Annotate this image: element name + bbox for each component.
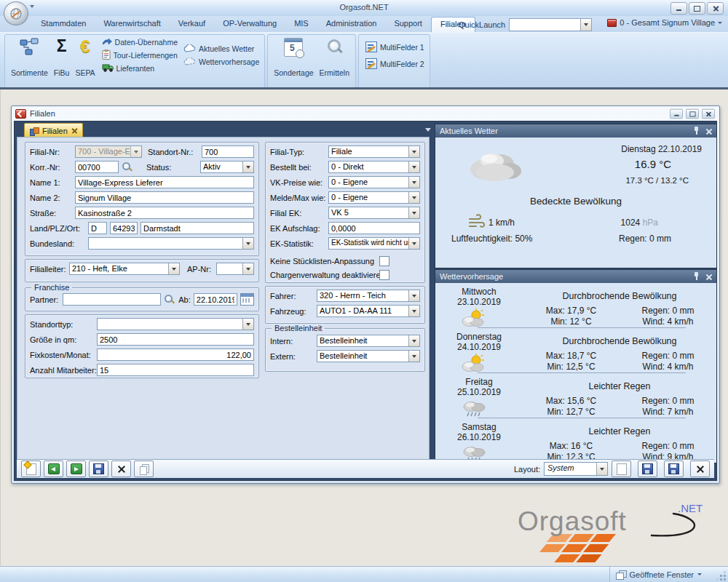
plz-input[interactable] <box>110 222 138 234</box>
mitarbeiter-input[interactable] <box>97 364 254 376</box>
previous-record-button[interactable] <box>44 461 63 477</box>
filialleiter-combobox[interactable]: 210 - Heft, Elke <box>69 263 180 275</box>
resize-grip[interactable] <box>717 572 726 581</box>
partner-input[interactable] <box>63 293 162 306</box>
tab-op-verwaltung[interactable]: OP-Verwaltung <box>214 16 285 32</box>
dropdown-button[interactable] <box>408 207 419 218</box>
copy-record-button[interactable] <box>134 461 154 477</box>
ap-nr-combobox[interactable] <box>216 263 254 275</box>
sortimente-button[interactable]: Sortimente <box>8 36 51 78</box>
ermitteln-button[interactable]: Ermitteln <box>317 36 352 78</box>
wettervorhersage-button[interactable]: Wettervorhersage <box>181 56 261 68</box>
filial-ek-combobox[interactable]: VK 5 <box>328 207 420 219</box>
standorttyp-combobox[interactable] <box>97 318 254 330</box>
dropdown-button[interactable] <box>408 238 419 249</box>
next-record-button[interactable] <box>66 461 86 477</box>
save-record-button[interactable] <box>89 461 108 477</box>
dropdown-button[interactable] <box>408 306 419 316</box>
quicklaunch-combobox[interactable] <box>509 18 592 31</box>
aktuelles-wetter-button[interactable]: Aktuelles Wetter <box>181 43 261 55</box>
intern-combobox[interactable]: Bestelleinheit <box>317 335 420 347</box>
chargen-checkbox[interactable] <box>379 270 389 280</box>
tab-administration[interactable]: Administration <box>317 16 386 32</box>
fixkosten-input[interactable] <box>97 348 254 361</box>
ab-date-input[interactable] <box>194 293 237 306</box>
name1-input[interactable] <box>75 176 254 188</box>
ort-input[interactable] <box>141 222 254 234</box>
dropdown-button[interactable] <box>242 319 253 330</box>
pin-icon[interactable] <box>693 272 700 281</box>
keine-stuecklisten-checkbox[interactable] <box>379 256 389 266</box>
dropdown-button[interactable] <box>242 238 253 249</box>
fahrer-combobox[interactable]: 320 - Herrn - Teich <box>317 290 420 302</box>
status-combobox[interactable]: Aktiv <box>200 161 254 173</box>
close-icon[interactable] <box>705 128 712 135</box>
daten-uebernahme-button[interactable]: Daten-Übernahme <box>100 36 180 49</box>
melde-max-combobox[interactable]: 0 - Eigene <box>328 191 420 204</box>
standort-nr-input[interactable] <box>202 146 254 158</box>
inner-close-button[interactable] <box>702 108 715 119</box>
ek-statistik-combobox[interactable]: EK-Statistik wird nicht umgelagert <box>328 237 420 250</box>
tab-list-dropdown-icon[interactable] <box>425 128 431 132</box>
multifelder1-button[interactable]: MultiFelder 1 <box>363 41 427 53</box>
multifelder2-button[interactable]: MultiFelder 2 <box>363 57 427 70</box>
pin-icon[interactable] <box>693 127 700 135</box>
fahrzeug-combobox[interactable]: AUTO1 - DA-AA 111 <box>317 305 420 317</box>
dropdown-button[interactable] <box>408 351 419 362</box>
dropdown-button[interactable] <box>408 162 419 172</box>
tab-verkauf[interactable]: Verkauf <box>170 16 214 32</box>
tab-warenwirtschaft[interactable]: Warenwirtschaft <box>95 16 169 32</box>
search-icon[interactable] <box>122 162 132 172</box>
new-record-button[interactable] <box>21 461 41 477</box>
tab-close-icon[interactable] <box>71 128 77 134</box>
layout-save-button[interactable] <box>638 461 657 477</box>
dropdown-button[interactable] <box>408 192 419 203</box>
name2-input[interactable] <box>75 191 254 204</box>
calendar-picker-icon[interactable] <box>240 293 254 306</box>
minimize-button[interactable] <box>670 2 687 15</box>
dropdown-button[interactable] <box>596 463 607 475</box>
vk-preise-combobox[interactable]: 0 - Eigene <box>328 176 420 188</box>
dropdown-button[interactable] <box>408 335 419 346</box>
dropdown-button[interactable] <box>130 146 141 157</box>
tab-stammdaten[interactable]: Stammdaten <box>32 16 95 32</box>
dropdown-button[interactable] <box>242 263 253 274</box>
search-icon[interactable] <box>164 294 175 305</box>
bundesland-combobox[interactable] <box>88 237 254 250</box>
dropdown-button[interactable] <box>408 177 419 188</box>
sepa-button[interactable]: € SEPA <box>72 36 98 78</box>
groesse-input[interactable] <box>97 333 254 346</box>
dropdown-button[interactable] <box>408 146 419 157</box>
inner-maximize-button[interactable] <box>686 108 699 119</box>
strasse-input[interactable] <box>75 207 254 219</box>
tour-liefermengen-button[interactable]: Tour-Liefermengen <box>100 49 180 62</box>
inner-minimize-button[interactable] <box>670 108 683 119</box>
dropdown-button[interactable] <box>242 162 253 172</box>
maximize-button[interactable] <box>689 2 705 15</box>
extern-combobox[interactable]: Bestelleinheit <box>317 350 420 362</box>
lieferanten-button[interactable]: Lieferanten <box>100 63 180 75</box>
tab-support[interactable]: Support <box>385 16 431 32</box>
land-input[interactable] <box>88 222 107 234</box>
ek-aufschlag-input[interactable] <box>328 222 420 234</box>
fibu-button[interactable]: Σ FiBu <box>51 36 73 78</box>
filial-nr-combobox[interactable]: 700 - Village-Expr <box>75 146 142 158</box>
cancel-record-button[interactable] <box>111 461 131 477</box>
document-tab-filialen[interactable]: Filialen <box>24 123 83 137</box>
branch-selector[interactable]: 0 - Gesamt Signum Village <box>607 18 722 27</box>
quicklaunch-dropdown-button[interactable] <box>580 19 591 31</box>
dropdown-button[interactable] <box>408 290 419 301</box>
filial-typ-combobox[interactable]: Filiale <box>328 146 420 158</box>
layout-save-as-button[interactable] <box>664 461 684 477</box>
layout-combobox[interactable]: System <box>544 462 608 476</box>
close-icon[interactable] <box>705 274 712 280</box>
close-button[interactable] <box>707 2 724 15</box>
wettervorhersage-header[interactable]: Wettervorhersage <box>435 270 716 283</box>
dropdown-button[interactable] <box>168 263 179 274</box>
filialen-window-titlebar[interactable]: Filialen <box>12 106 719 121</box>
korr-nr-input[interactable] <box>75 161 119 173</box>
bestellt-bei-combobox[interactable]: 0 - Direkt <box>328 161 420 173</box>
application-menu-orb[interactable] <box>4 1 28 25</box>
layout-delete-button[interactable] <box>690 461 710 477</box>
sondertage-button[interactable]: 5 Sondertage <box>271 36 316 78</box>
